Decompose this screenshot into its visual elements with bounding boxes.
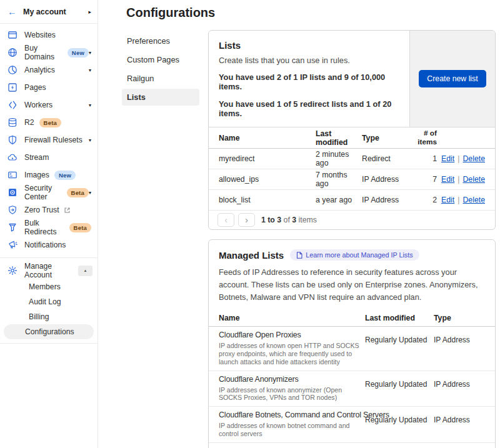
sidebar-item-firewall-rulesets[interactable]: Firewall Rulesets ▾ (0, 131, 98, 149)
zero-trust-shield-icon (8, 205, 18, 215)
managed-list-name: Cloudflare Anonymizers (219, 375, 365, 385)
sidebar-item-notifications[interactable]: Notifications (0, 236, 98, 254)
managed-list-description: IP addresses of known botnet command and… (219, 422, 361, 438)
sidebar-item-label: Stream (24, 153, 49, 162)
list-name: allowed_ips (219, 175, 316, 184)
sidebar-item-manage-account[interactable]: Manage Account ▴ (0, 262, 98, 279)
expand-right-icon[interactable]: ▸ (88, 9, 91, 15)
chevron-down-icon[interactable]: ▾ (89, 67, 91, 73)
action-separator: | (458, 175, 459, 184)
database-icon (8, 117, 18, 127)
sidebar-item-label: Billing (29, 312, 49, 321)
managed-list-last-modified: Regularly Updated (365, 411, 434, 437)
collapse-section-button[interactable]: ▴ (78, 266, 92, 276)
sidebar-item-security-center[interactable]: Security Center Beta ▾ (0, 184, 98, 201)
learn-more-link[interactable]: Learn more about Managed IP Lists (290, 249, 419, 261)
tab-lists[interactable]: Lists (122, 89, 199, 106)
chevron-right-icon: › (245, 216, 248, 224)
list-last-modified: a year ago (316, 196, 362, 204)
chevron-down-icon[interactable]: ▾ (89, 137, 91, 143)
managed-list-description: IP addresses of known anonymizer (Open S… (219, 386, 361, 402)
managed-list-last-modified: Regularly Updated (365, 375, 434, 402)
next-page-button[interactable]: › (238, 213, 255, 227)
pie-chart-icon (8, 65, 18, 75)
sidebar-item-audit-log[interactable]: Audit Log (4, 294, 94, 309)
previous-page-button[interactable]: ‹ (218, 213, 234, 227)
chevron-down-icon[interactable]: ▾ (89, 50, 91, 56)
sidebar-item-members[interactable]: Members (4, 279, 94, 294)
column-header-name: Name (219, 314, 365, 322)
tab-railgun[interactable]: Railgun (122, 70, 199, 87)
account-title: My account (23, 7, 88, 16)
sidebar-item-workers[interactable]: Workers ▾ (0, 96, 98, 114)
edit-link[interactable]: Edit (441, 175, 454, 184)
sidebar-item-pages[interactable]: Pages (0, 79, 98, 96)
sidebar-item-images[interactable]: Images New (0, 166, 98, 184)
list-type: Redirect (362, 154, 412, 163)
security-center-icon (8, 187, 18, 197)
sidebar-item-billing[interactable]: Billing (4, 309, 94, 324)
lists-card-title: Lists (219, 40, 399, 51)
back-arrow-icon[interactable]: ← (8, 6, 17, 17)
list-type: IP Address (362, 175, 412, 184)
sidebar: ← My account ▸ Websites Buy Domains New … (0, 0, 98, 448)
table-row: myredirect 2 minutes ago Redirect 1 Edit… (209, 149, 495, 169)
list-type: IP Address (362, 196, 412, 204)
action-separator: | (458, 154, 459, 163)
list-items-count: 7 (412, 175, 437, 184)
chevron-left-icon: ‹ (224, 216, 228, 224)
chevron-up-icon: ▴ (84, 268, 87, 273)
sidebar-item-label: Manage Account (24, 262, 78, 279)
delete-link[interactable]: Delete (462, 154, 485, 163)
list-items-count: 1 (412, 154, 437, 163)
managed-list-type: IP Address (434, 331, 485, 366)
column-header-type: Type (362, 134, 412, 142)
edit-link[interactable]: Edit (441, 196, 454, 204)
delete-link[interactable]: Delete (462, 175, 485, 184)
sidebar-item-stream[interactable]: Stream (0, 149, 98, 166)
beta-badge: Beta (67, 188, 89, 197)
sidebar-item-label: Notifications (24, 241, 66, 249)
action-separator: | (458, 196, 459, 204)
image-icon (8, 170, 18, 180)
table-row: Cloudflare AnonymizersIP addresses of kn… (209, 371, 495, 407)
managed-lists-title: Managed Lists (219, 250, 284, 261)
sidebar-item-zero-trust[interactable]: Zero Trust (0, 201, 98, 219)
column-header-type: Type (434, 314, 485, 322)
sidebar-item-configurations[interactable]: Configurations (4, 324, 94, 339)
managed-list-name: Cloudflare Botnets, Command and Control … (219, 411, 365, 421)
column-header-last-modified: Last modified (316, 129, 362, 147)
list-last-modified: 2 minutes ago (316, 150, 362, 167)
managed-list-type: IP Address (434, 375, 485, 402)
sidebar-divider (0, 343, 98, 344)
ip-lists-usage: You have used 2 of 1 IP lists and 9 of 1… (219, 72, 399, 91)
external-link-icon (64, 207, 71, 214)
delete-link[interactable]: Delete (462, 196, 485, 204)
chevron-down-icon[interactable]: ▾ (89, 190, 91, 196)
sidebar-item-websites[interactable]: Websites (0, 26, 98, 44)
browser-icon (8, 30, 18, 40)
sidebar-item-label: Firewall Rulesets (24, 136, 82, 144)
sidebar-item-buy-domains[interactable]: Buy Domains New ▾ (0, 44, 98, 61)
list-name: block_list (219, 196, 316, 204)
chevron-down-icon[interactable]: ▾ (89, 102, 91, 108)
sidebar-item-analytics[interactable]: Analytics ▾ (0, 61, 98, 79)
cloud-play-icon (8, 152, 18, 162)
lists-table-header: Name Last modified Type # of items (209, 127, 495, 149)
tab-custom-pages[interactable]: Custom Pages (122, 51, 199, 68)
lists-card: Lists Create lists that you can use in r… (208, 30, 496, 230)
sidebar-item-bulk-redirects[interactable]: Bulk Redirects Beta (0, 219, 98, 236)
managed-lists-description: Feeds of IP Addresses to reference in se… (219, 266, 485, 303)
megaphone-icon (8, 240, 18, 250)
create-new-list-button[interactable]: Create new list (419, 70, 486, 87)
document-icon (296, 252, 302, 259)
tab-preferences[interactable]: Preferences (122, 32, 199, 49)
create-list-panel: Create new list (409, 31, 495, 127)
table-row: block_list a year ago IP Address 2 Edit|… (209, 190, 495, 211)
edit-link[interactable]: Edit (441, 154, 454, 163)
sidebar-item-r2[interactable]: R2 Beta (0, 114, 98, 131)
pagination-status: 1 to 3 of 3 items (261, 216, 317, 224)
sidebar-item-label: Bulk Redirects (24, 219, 64, 236)
globe-icon (8, 47, 18, 57)
account-header[interactable]: ← My account ▸ (0, 0, 98, 24)
